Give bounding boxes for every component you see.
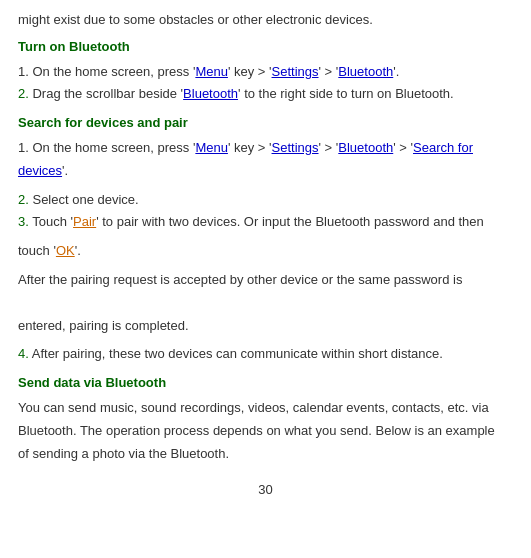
item1-text3: ' > '	[319, 64, 339, 79]
s2-item3-end: '.	[75, 243, 81, 258]
section3-heading: Send data via Bluetooth	[18, 373, 513, 394]
item2-number: 2.	[18, 86, 29, 101]
section1-item1: 1. On the home screen, press 'Menu' key …	[18, 62, 513, 83]
s2-item1-searchfor: Search for	[413, 140, 473, 155]
item2-bluetooth: Bluetooth	[183, 86, 238, 101]
section2-item3-line2: touch 'OK'.	[18, 241, 513, 262]
section3-line1: You can send music, sound recordings, vi…	[18, 398, 513, 419]
s2-item1-end: '.	[62, 163, 68, 178]
section2-heading: Search for devices and pair	[18, 113, 513, 134]
section2-item4: 4. After pairing, these two devices can …	[18, 344, 513, 365]
s2-item2-text: Select one device.	[32, 192, 138, 207]
s2-item3-pair: Pair	[73, 214, 96, 229]
item1-settings: Settings	[272, 64, 319, 79]
s2-item1-text4: ' > '	[393, 140, 413, 155]
section1-heading: Turn on Bluetooth	[18, 37, 513, 58]
s2-item3-text2: ' to pair with two devices. Or input the…	[96, 214, 484, 229]
section1-item2: 2. Drag the scrollbar beside 'Bluetooth'…	[18, 84, 513, 105]
after-pair-line2	[18, 293, 513, 314]
item2-text: Drag the scrollbar beside '	[32, 86, 183, 101]
item1-text2: ' key > '	[228, 64, 272, 79]
section2-item1-line2: devices'.	[18, 161, 513, 182]
s2-item1-text3: ' > '	[319, 140, 339, 155]
s2-item2-number: 2.	[18, 192, 29, 207]
section3-line2: Bluetooth. The operation process depends…	[18, 421, 513, 442]
after-pair-line3: entered, pairing is completed.	[18, 316, 513, 337]
s2-item3-text1: Touch '	[32, 214, 73, 229]
s2-item4-text: After pairing, these two devices can com…	[32, 346, 443, 361]
item2-text2: ' to the right side to turn on Bluetooth…	[238, 86, 454, 101]
item1-menu: Menu	[195, 64, 228, 79]
item1-text: On the home screen, press '	[32, 64, 195, 79]
intro-text: might exist due to some obstacles or oth…	[18, 10, 513, 31]
s2-item1-bluetooth: Bluetooth	[338, 140, 393, 155]
section2-item3: 3. Touch 'Pair' to pair with two devices…	[18, 212, 513, 233]
s2-item3-ok: OK	[56, 243, 75, 258]
after-pair-line1: After the pairing request is accepted by…	[18, 270, 513, 291]
s2-item1-text2: ' key > '	[228, 140, 272, 155]
s2-item4-number: 4.	[18, 346, 29, 361]
s2-item1-text: On the home screen, press '	[32, 140, 195, 155]
section2-item1-line1: 1. On the home screen, press 'Menu' key …	[18, 138, 513, 159]
s2-item1-devices: devices	[18, 163, 62, 178]
s2-item1-settings: Settings	[272, 140, 319, 155]
section2-item2: 2. Select one device.	[18, 190, 513, 211]
s2-item3-touch: touch '	[18, 243, 56, 258]
section3-line3: of sending a photo via the Bluetooth.	[18, 444, 513, 465]
item1-number: 1.	[18, 64, 29, 79]
s2-item3-number: 3.	[18, 214, 29, 229]
s2-item1-menu: Menu	[195, 140, 228, 155]
item1-bluetooth: Bluetooth	[338, 64, 393, 79]
page-number: 30	[18, 480, 513, 501]
s2-item1-number: 1.	[18, 140, 29, 155]
item1-text4: '.	[393, 64, 399, 79]
